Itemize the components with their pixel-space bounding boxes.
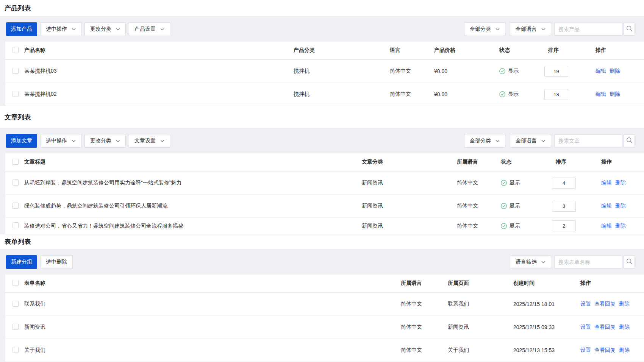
add-product-button[interactable]: 添加产品 (6, 22, 37, 36)
delete-link[interactable]: 删除 (615, 179, 626, 186)
form-search (554, 256, 635, 268)
selected-action-dropdown[interactable]: 选中操作 (40, 22, 81, 36)
edit-link[interactable]: 编辑 (596, 68, 606, 74)
form-name: 新闻资讯 (24, 324, 401, 331)
status-label: 显示 (510, 203, 520, 209)
table-row: 联系我们 简体中文 联系我们 2025/12/15 18:01 设置查看回复删除 (5, 292, 644, 315)
column-header: 状态 (501, 159, 552, 165)
edit-link[interactable]: 编辑 (601, 223, 612, 229)
sort-input[interactable] (544, 89, 568, 100)
new-group-button[interactable]: 新建分组 (6, 255, 37, 269)
column-header: 所属语言 (401, 280, 448, 287)
delete-link[interactable]: 删除 (619, 324, 630, 330)
check-circle-icon (501, 203, 507, 209)
select-all-checkbox[interactable] (13, 280, 19, 286)
selected-action-dropdown[interactable]: 选中操作 (40, 134, 81, 148)
language-filter-dropdown[interactable]: 全部语言 (510, 22, 551, 36)
form-search-button[interactable] (624, 256, 635, 268)
edit-link[interactable]: 编辑 (601, 179, 612, 186)
check-circle-icon (501, 223, 507, 229)
status-label: 显示 (508, 91, 519, 98)
category-filter-dropdown[interactable]: 全部分类 (464, 134, 505, 148)
article-search-button[interactable] (624, 134, 635, 147)
language-filter-dropdown[interactable]: 语言筛选 (510, 255, 551, 269)
row-checkbox[interactable] (13, 324, 19, 330)
sort-input[interactable] (552, 178, 576, 189)
article-settings-dropdown[interactable]: 文章设置 (129, 134, 170, 148)
row-checkbox[interactable] (13, 301, 19, 307)
product-search (554, 23, 635, 36)
row-checkbox[interactable] (13, 91, 19, 97)
check-circle-icon (499, 68, 505, 74)
product-price: ¥0.00 (434, 91, 499, 97)
selected-action-label: 选中操作 (46, 137, 67, 144)
status-badge: 显示 (499, 68, 544, 75)
article-search (554, 134, 635, 147)
chevron-down-icon (496, 140, 500, 142)
change-category-dropdown[interactable]: 更改分类 (84, 134, 126, 148)
view-replies-link[interactable]: 查看回复 (594, 347, 616, 353)
delete-link[interactable]: 删除 (619, 347, 630, 353)
product-language: 简体中文 (390, 68, 434, 75)
row-checkbox[interactable] (13, 222, 19, 228)
articles-toolbar: 添加文章 选中操作 更改分类 文章设置 全部分类 全部语言 (0, 128, 644, 153)
column-header: 表单名称 (24, 280, 401, 287)
edit-link[interactable]: 编辑 (596, 91, 606, 97)
article-language: 简体中文 (457, 179, 501, 186)
select-all-checkbox[interactable] (13, 159, 19, 165)
form-language: 简体中文 (401, 347, 448, 354)
sort-input[interactable] (552, 220, 576, 231)
column-header: 产品分类 (294, 47, 390, 54)
delete-link[interactable]: 删除 (619, 301, 630, 307)
form-created-time: 2025/12/13 15:53 (513, 347, 580, 353)
view-replies-link[interactable]: 查看回复 (594, 324, 616, 330)
product-settings-dropdown[interactable]: 产品设置 (129, 22, 170, 36)
article-category: 新闻资讯 (362, 223, 457, 229)
product-search-input[interactable] (554, 23, 622, 36)
sort-input[interactable] (544, 66, 568, 77)
row-actions: 设置查看回复删除 (580, 347, 644, 354)
row-checkbox[interactable] (13, 179, 19, 186)
delete-link[interactable]: 删除 (610, 68, 620, 74)
language-filter-dropdown[interactable]: 全部语言 (510, 134, 551, 148)
settings-link[interactable]: 设置 (580, 347, 591, 353)
chevron-down-icon (160, 28, 164, 31)
select-all-checkbox[interactable] (13, 47, 19, 53)
change-category-dropdown[interactable]: 更改分类 (84, 22, 126, 36)
delete-link[interactable]: 删除 (615, 223, 626, 229)
delete-link[interactable]: 删除 (610, 91, 620, 97)
product-category: 搅拌机 (294, 91, 390, 98)
product-search-button[interactable] (624, 23, 635, 36)
products-table-header: 产品名称 产品分类 语言 产品价格 状态 排序 操作 (5, 42, 644, 59)
category-filter-dropdown[interactable]: 全部分类 (464, 22, 505, 36)
status-label: 显示 (510, 223, 520, 229)
article-settings-label: 文章设置 (134, 137, 156, 144)
row-checkbox[interactable] (13, 68, 19, 74)
table-row: 从毛坯到精装，鼎筑空间建筑装修公司用实力诠释“一站式装修”魅力 新闻资讯 简体中… (5, 171, 644, 194)
column-header: 排序 (552, 159, 601, 165)
row-checkbox[interactable] (13, 203, 19, 209)
status-badge: 显示 (501, 203, 552, 209)
articles-section: 文章列表 添加文章 选中操作 更改分类 文章设置 全部分类 全部语言 (0, 106, 644, 234)
article-search-input[interactable] (554, 134, 622, 147)
row-checkbox[interactable] (13, 347, 19, 353)
form-language: 简体中文 (401, 324, 448, 331)
search-icon (626, 258, 633, 266)
delete-link[interactable]: 删除 (615, 203, 626, 209)
edit-link[interactable]: 编辑 (601, 203, 612, 209)
view-replies-link[interactable]: 查看回复 (594, 301, 616, 307)
delete-selected-button[interactable]: 选中删除 (40, 255, 73, 269)
settings-link[interactable]: 设置 (580, 324, 591, 330)
form-search-input[interactable] (554, 256, 622, 268)
product-name: 某某搅拌机03 (24, 68, 294, 75)
products-filters: 全部分类 全部语言 (461, 22, 551, 36)
row-actions: 编辑删除 (596, 68, 644, 75)
product-name: 某某搅拌机02 (24, 91, 294, 98)
row-actions: 设置查看回复删除 (580, 301, 644, 307)
column-header: 语言 (390, 47, 434, 54)
settings-link[interactable]: 设置 (580, 301, 591, 307)
forms-title: 表单列表 (5, 237, 31, 246)
sort-input[interactable] (552, 201, 576, 212)
add-article-button[interactable]: 添加文章 (6, 134, 37, 148)
product-category: 搅拌机 (294, 68, 390, 75)
